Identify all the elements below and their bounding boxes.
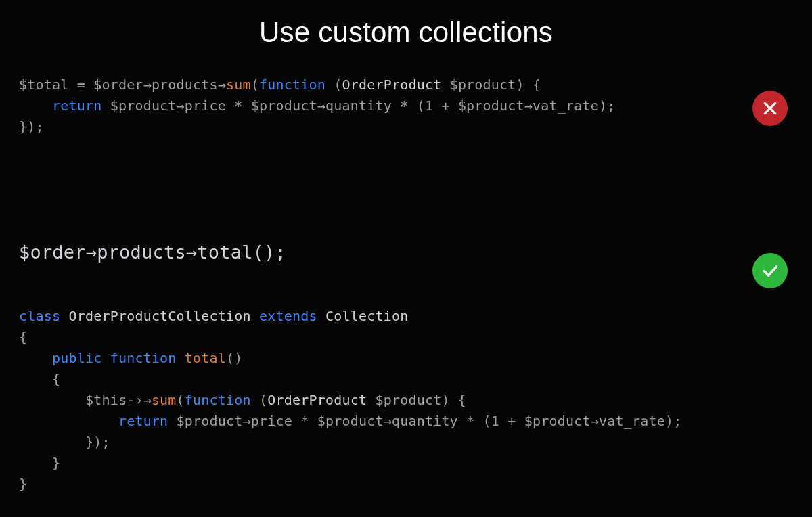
arrow-icon: → [218,76,226,93]
code-token-type: Collection [325,308,408,324]
code-token [19,371,52,387]
spacer [19,267,793,306]
code-token: $product [375,392,441,408]
code-token: ); [665,413,681,429]
code-token: price [185,97,226,114]
code-token: quantity [392,413,458,429]
code-token-kw: public [52,350,102,366]
code-token-kw: function [110,350,177,366]
code-token: $order [19,242,86,263]
code-token: } [19,455,60,471]
code-token: vat_rate [533,97,599,114]
code-token-kw: function [185,392,251,408]
code-token: price [251,413,292,429]
code-token: () [226,350,242,366]
status-badge-bad [752,91,788,126]
arrow-icon: → [186,242,197,263]
code-token-fn: total [185,350,226,366]
code-token: vat_rate [599,413,665,429]
code-token: $product [450,76,516,93]
code-bad: $total = $order→products→sum(function (O… [19,74,793,137]
code-token [367,392,375,408]
slide-title: Use custom collections [0,0,812,74]
check-icon [761,261,780,280]
code-token: $product [251,97,317,114]
code-good-short: $order→products→total(); [19,239,793,267]
code-token: }); [19,118,44,135]
code-token [102,97,110,114]
code-token [19,392,85,408]
code-token: * [226,97,251,114]
arrow-icon: → [317,97,325,114]
code-token-kw: function [259,76,325,93]
code-token: ( [177,392,185,408]
code-token [251,308,259,324]
code-good-class: class OrderProductCollection extends Col… [19,306,793,495]
code-token-kw: class [19,308,60,324]
code-token: $product [317,413,384,429]
code-token [441,76,449,93]
code-token: } [19,476,27,492]
code-token: $product [524,413,591,429]
code-token [60,308,68,324]
code-token-type: OrderProduct [342,76,441,93]
code-token: ( [251,76,259,93]
code-token: ) { [516,76,541,93]
code-token [19,350,52,366]
code-token: $total = $order [19,76,143,93]
code-token: $product [177,413,243,429]
code-token: products [97,242,186,263]
code-token [19,413,118,429]
arrow-icon: → [243,413,251,429]
code-token: $this-› [85,392,143,408]
code-token-type: OrderProductCollection [68,308,250,324]
spacer [19,137,793,239]
code-token: ) { [441,392,466,408]
code-token-type: OrderProduct [267,392,367,408]
code-token: }); [19,434,110,450]
code-token-kw: return [118,413,168,429]
code-token: * (1 + [458,413,524,429]
code-token [317,308,325,324]
code-token: { [19,329,27,345]
arrow-icon: → [86,242,97,263]
arrow-icon: → [143,392,152,408]
code-token: * [292,413,317,429]
slide-content: $total = $order→products→sum(function (O… [0,74,812,495]
code-token-kw: return [52,97,102,114]
code-token: $product [458,97,524,114]
code-token: $product [110,97,177,114]
arrow-icon: → [591,413,599,429]
status-badge-good [752,253,788,288]
code-token [325,76,334,93]
code-token: total [197,242,252,263]
code-token [251,392,259,408]
code-token-kw: extends [259,308,317,324]
code-token: ( [334,76,342,93]
code-token: (); [253,242,286,263]
code-token [102,350,110,366]
code-token: ); [599,97,615,114]
code-token [19,97,52,114]
code-token [168,413,176,429]
code-token-fn: sum [152,392,177,408]
code-token: quantity [325,97,392,114]
arrow-icon: → [524,97,533,114]
arrow-icon: → [177,97,185,114]
code-token: ( [259,392,267,408]
arrow-icon: → [143,76,152,93]
code-token [177,350,185,366]
code-token: * (1 + [392,97,458,114]
code-token: products [152,76,218,93]
code-token: { [52,371,60,387]
code-token-fn: sum [226,76,251,93]
arrow-icon: → [384,413,392,429]
close-icon [761,99,779,117]
